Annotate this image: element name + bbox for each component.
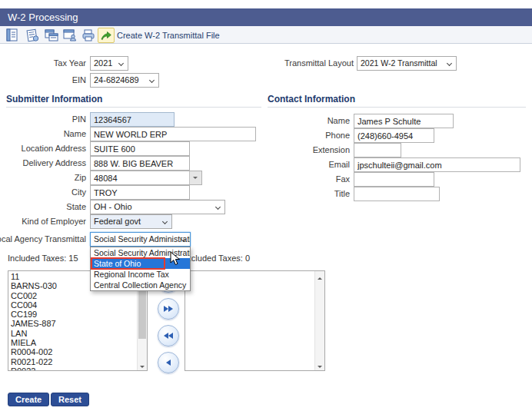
excluded-taxes-items — [185, 272, 314, 370]
tax-year-select[interactable]: 2021 — [90, 56, 128, 71]
zip-field[interactable] — [90, 171, 202, 185]
w2-processing-window: W-2 Processing Create W-2 Transmittal Fi… — [0, 0, 532, 411]
list-item[interactable]: MIELA — [8, 338, 137, 347]
fax-label: Fax — [336, 174, 350, 184]
scrollbar-thumb[interactable] — [138, 285, 146, 339]
chevron-down-icon — [447, 61, 452, 66]
chevron-down-icon — [118, 61, 124, 66]
phone-field[interactable] — [354, 128, 434, 143]
dropdown-option-social-security-administration[interactable]: Social Security Administration — [91, 247, 190, 258]
contact-name-field[interactable] — [354, 114, 454, 128]
contact-section-heading: Contact Information — [268, 94, 355, 104]
submitter-name-field[interactable] — [90, 127, 256, 141]
pin-field[interactable] — [90, 112, 175, 127]
tax-year-label: Tax Year — [54, 58, 86, 68]
zip-label: Zip — [75, 173, 86, 182]
list-item[interactable]: R0004-002 — [8, 347, 137, 356]
excluded-list-scrollbar[interactable] — [314, 271, 324, 370]
delivery-address-field[interactable] — [90, 156, 190, 171]
state-label: State — [66, 202, 86, 211]
extension-field[interactable] — [354, 143, 401, 157]
list-item[interactable]: R0022 — [8, 366, 137, 370]
chevron-down-icon — [149, 78, 155, 83]
location-address-label: Location Address — [22, 144, 86, 153]
scroll-down-icon[interactable] — [138, 360, 147, 370]
title-label: Title — [334, 189, 350, 198]
list-item[interactable]: CC004 — [8, 300, 137, 310]
ein-label: EIN — [72, 75, 86, 85]
document-edit-icon[interactable] — [24, 28, 41, 43]
print-icon[interactable] — [80, 28, 97, 43]
w2-window-icon[interactable] — [43, 28, 60, 43]
page-title: W-2 Processing — [0, 8, 532, 26]
contact-name-label: Name — [328, 116, 350, 125]
chevron-down-icon — [215, 204, 221, 210]
fax-field[interactable] — [354, 172, 434, 187]
excluded-taxes-count: Excluded Taxes: 0 — [181, 254, 250, 263]
reports-icon[interactable] — [4, 28, 21, 43]
excluded-taxes-listbox[interactable] — [185, 270, 325, 371]
dropdown-option-central-collection-agency[interactable]: Central Collection Agency — [91, 280, 190, 290]
list-item[interactable]: JAMES-887 — [8, 319, 137, 328]
kind-of-employer-select[interactable]: Federal govt — [90, 214, 172, 229]
submitter-section-heading: Submitter Information — [6, 94, 102, 104]
local-agency-transmittal-label: Local Agency Transmittal — [0, 234, 86, 244]
transmittal-layout-select[interactable]: 2021 W-2 Transmittal — [357, 56, 457, 71]
pin-label: PIN — [72, 114, 86, 124]
list-item[interactable]: CC199 — [8, 310, 137, 319]
email-field[interactable] — [354, 157, 520, 172]
scroll-up-icon[interactable] — [315, 271, 324, 281]
create-transmittal-file-action[interactable]: Create W-2 Transmittal File — [117, 31, 220, 40]
reset-button[interactable]: Reset — [51, 393, 89, 406]
phone-label: Phone — [325, 131, 350, 140]
city-label: City — [71, 187, 86, 197]
email-label: Email — [328, 160, 350, 169]
section-divider — [268, 107, 526, 108]
ein-select[interactable]: 24-6824689 — [90, 73, 159, 88]
window-user-icon[interactable] — [62, 28, 78, 43]
state-select[interactable]: OH - Ohio — [90, 200, 225, 214]
title-field[interactable] — [354, 187, 440, 201]
zip-dropdown-button[interactable] — [189, 171, 201, 184]
kind-of-employer-label: Kind of Employer — [22, 217, 86, 226]
location-address-field[interactable] — [90, 141, 190, 156]
list-item[interactable]: LAN — [8, 329, 137, 338]
list-item[interactable]: CC002 — [8, 291, 137, 300]
create-button[interactable]: Create — [8, 393, 49, 406]
local-agency-transmittal-select[interactable]: Social Security Administration — [90, 232, 191, 247]
chevron-down-icon — [162, 219, 168, 224]
included-taxes-count: Included Taxes: 15 — [8, 254, 78, 263]
dropdown-option-state-of-ohio[interactable]: State of Ohio — [91, 258, 190, 269]
dropdown-option-regional-income-tax[interactable]: Regional Income Tax — [91, 269, 190, 280]
move-all-left-button[interactable] — [158, 325, 179, 346]
list-item[interactable]: R0021-022 — [8, 357, 137, 366]
section-divider — [6, 107, 261, 108]
extension-label: Extension — [313, 145, 350, 154]
submitter-name-label: Name — [64, 129, 86, 138]
create-transmittal-icon[interactable] — [98, 28, 115, 43]
local-agency-dropdown-list: Social Security Administration State of … — [90, 247, 191, 291]
city-field[interactable] — [90, 185, 190, 200]
zip-combo — [90, 171, 202, 185]
move-left-button[interactable] — [158, 352, 179, 373]
scroll-down-icon[interactable] — [315, 360, 324, 370]
move-all-right-button[interactable] — [158, 298, 179, 320]
delivery-address-label: Delivery Address — [22, 158, 86, 167]
transmittal-layout-label: Transmittal Layout — [284, 58, 354, 68]
